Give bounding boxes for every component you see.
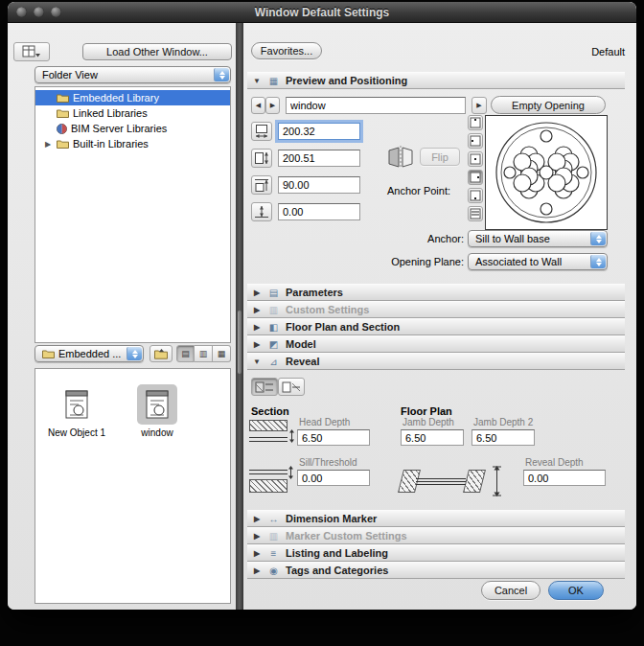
close-button[interactable] <box>16 7 27 17</box>
height-field[interactable] <box>278 150 360 167</box>
header-height-field[interactable] <box>278 176 360 194</box>
section-dimension-marker[interactable]: ▶ ↔ Dimension Marker <box>247 510 625 527</box>
current-library-select[interactable]: Embedded ... <box>34 345 144 362</box>
anchor-point-button-6[interactable] <box>468 206 483 221</box>
disclosure-closed-icon: ▶ <box>252 306 262 314</box>
jamb-depth-field[interactable] <box>401 429 464 446</box>
reveal-section-toggle[interactable] <box>251 378 278 396</box>
disclosure-triangle-icon[interactable]: ▶ <box>43 140 53 149</box>
folder-icon <box>42 349 55 358</box>
zoom-button[interactable] <box>51 7 61 17</box>
tree-item-label: Embedded Library <box>73 92 159 104</box>
section-reveal[interactable]: ▼ ⊿ Reveal <box>247 353 625 370</box>
previous-item-button[interactable]: ◀ <box>251 97 265 114</box>
anchor-label: Anchor: <box>391 233 464 244</box>
view-list-button[interactable]: ▦ <box>213 345 231 362</box>
cancel-button[interactable]: Cancel <box>481 581 540 600</box>
ok-label: OK <box>568 585 584 596</box>
view-small-icons-button[interactable]: ▥ <box>195 345 213 362</box>
next-item-button[interactable]: ▶ <box>265 97 280 114</box>
folder-view-select[interactable]: Folder View <box>34 66 231 83</box>
reveal-depth-field[interactable] <box>523 470 606 486</box>
section-title: Parameters <box>286 287 343 298</box>
window-title: Window Default Settings <box>8 2 636 23</box>
section-parameters[interactable]: ▶ ▤ Parameters <box>247 284 625 301</box>
view-large-icons-button[interactable]: ▤ <box>176 345 195 362</box>
disclosure-closed-icon: ▶ <box>252 340 262 349</box>
preview-popout-button[interactable]: ▶ <box>472 97 487 114</box>
tree-item-linked-libraries[interactable]: Linked Libraries <box>35 105 230 121</box>
library-item-new-object-1[interactable]: New Object 1 <box>43 384 110 438</box>
disclosure-closed-icon: ▶ <box>252 532 262 541</box>
listing-labeling-icon: ≡ <box>266 548 281 559</box>
empty-opening-button[interactable]: Empty Opening <box>491 96 606 114</box>
anchor-point-button-1[interactable] <box>468 115 483 130</box>
flip-label: Flip <box>431 151 448 163</box>
reveal-plan-toggle[interactable] <box>278 378 305 396</box>
width-field[interactable] <box>278 123 360 140</box>
popup-stepper-icon <box>590 255 606 268</box>
popup-stepper-icon <box>126 347 142 360</box>
section-title: Tags and Categories <box>286 565 388 576</box>
disclosure-closed-icon: ▶ <box>252 566 262 575</box>
preview-image[interactable] <box>485 115 608 230</box>
panel-splitter[interactable] <box>236 23 243 610</box>
popup-stepper-icon <box>590 232 606 245</box>
empty-opening-label: Empty Opening <box>512 100 585 111</box>
library-item-window[interactable]: window <box>124 384 191 438</box>
tree-item-bim-server-libraries[interactable]: BIM Server Libraries <box>35 121 230 136</box>
window-controls <box>16 7 61 17</box>
load-other-window-label: Load Other Window... <box>106 46 208 58</box>
section-listing-and-labeling[interactable]: ▶ ≡ Listing and Labeling <box>247 544 625 562</box>
section-tags-and-categories[interactable]: ▶ ◉ Tags and Categories <box>247 562 625 579</box>
cancel-label: Cancel <box>494 585 527 596</box>
anchor-select[interactable]: Sill to Wall base <box>468 230 608 247</box>
minimize-button[interactable] <box>34 7 44 17</box>
sill-threshold-field[interactable] <box>297 470 370 486</box>
section-custom-settings[interactable]: ▶ ▥ Custom Settings <box>247 301 625 318</box>
opening-plane-select[interactable]: Associated to Wall <box>468 253 608 270</box>
section-title: Reveal <box>286 356 319 367</box>
anchor-point-button-4[interactable] <box>468 170 483 185</box>
disclosure-open-icon: ▼ <box>252 358 262 366</box>
disclosure-closed-icon: ▶ <box>252 549 262 558</box>
head-depth-field[interactable] <box>297 429 370 446</box>
folder-icon <box>57 93 69 103</box>
tree-item-label: Built-in Libraries <box>73 138 149 150</box>
preview-positioning-icon: ▦ <box>266 76 281 86</box>
section-title: Model <box>286 338 316 350</box>
anchor-point-button-3[interactable] <box>468 151 483 167</box>
load-other-window-button[interactable]: Load Other Window... <box>82 43 232 60</box>
flip-button[interactable]: Flip <box>420 148 460 166</box>
library-item-label: New Object 1 <box>48 427 105 438</box>
anchor-point-button-5[interactable] <box>468 188 483 203</box>
jamb-depth-2-field[interactable] <box>472 429 535 446</box>
tree-item-embedded-library[interactable]: Embedded Library <box>35 90 230 105</box>
anchor-point-button-2[interactable] <box>468 133 483 149</box>
tree-item-built-in-libraries[interactable]: ▶ Built-in Libraries <box>35 136 230 151</box>
tree-item-label: Linked Libraries <box>73 107 148 119</box>
new-folder-button[interactable] <box>150 345 172 362</box>
sill-height-field[interactable] <box>278 203 360 220</box>
section-marker-custom-settings[interactable]: ▶ ▥ Marker Custom Settings <box>247 527 625 544</box>
parameters-icon: ▤ <box>266 288 281 298</box>
opening-plane-value: Associated to Wall <box>475 256 562 267</box>
library-item-label: window <box>141 427 172 438</box>
reveal-icon: ⊿ <box>266 357 281 367</box>
section-title: Custom Settings <box>286 304 369 315</box>
library-item-browser: New Object 1 window <box>34 368 231 604</box>
favorites-button[interactable]: Favorites... <box>251 42 322 59</box>
floor-plan-section-icon: ◧ <box>266 322 281 333</box>
ok-button[interactable]: OK <box>548 581 604 600</box>
library-view-mode-button[interactable] <box>13 42 50 61</box>
sill-threshold-label: Sill/Threshold <box>299 457 357 468</box>
titlebar[interactable]: Window Default Settings <box>8 2 636 23</box>
flip-mirror-icon <box>385 144 416 171</box>
section-floor-plan-and-section[interactable]: ▶ ◧ Floor Plan and Section <box>247 318 625 335</box>
splitter-grip[interactable] <box>238 311 242 374</box>
plan-reveal-diagram <box>401 464 508 500</box>
object-name-field[interactable] <box>286 97 466 114</box>
sill-height-icon <box>251 202 272 221</box>
section-preview-and-positioning[interactable]: ▼ ▦ Preview and Positioning <box>247 72 625 89</box>
section-model[interactable]: ▶ ◩ Model <box>247 335 625 353</box>
